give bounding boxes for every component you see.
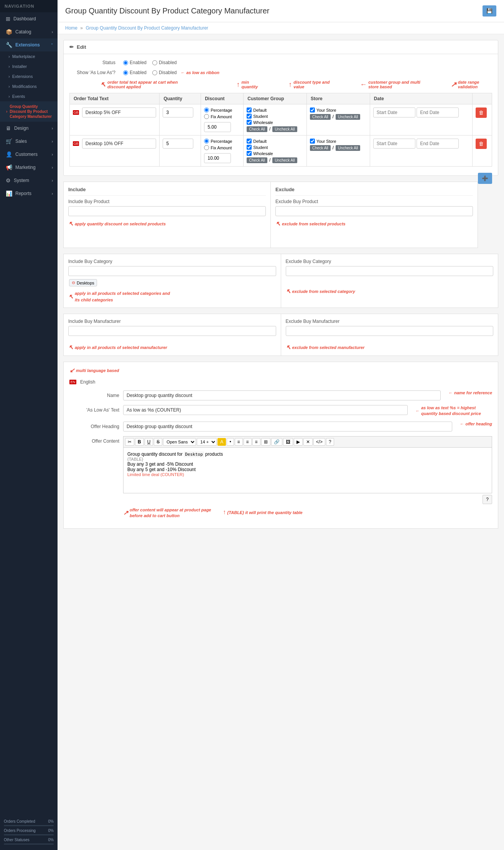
discount-percentage-radio-1[interactable] — [204, 107, 209, 112]
sub-item-label: Installer — [12, 64, 27, 69]
check-all-row-cg-1: Check All / Uncheck All — [247, 126, 303, 132]
status-enabled-radio[interactable] — [123, 60, 128, 65]
sidebar-item-sales[interactable]: 🛒 Sales › — [0, 135, 58, 148]
wysiwyg-image-button[interactable]: 🖼 — [283, 438, 293, 446]
include-buy-product-input[interactable] — [68, 206, 266, 216]
start-date-input-1[interactable] — [373, 107, 415, 117]
store-checkbox-1[interactable] — [310, 107, 315, 112]
offer-heading-field-label: Offer Heading — [69, 422, 119, 429]
sidebar-item-marketing[interactable]: 📢 Marketing › — [0, 161, 58, 174]
order-total-text-input-2[interactable] — [82, 139, 156, 149]
end-date-input-2[interactable] — [417, 139, 459, 149]
status-disabled-radio[interactable] — [152, 60, 157, 65]
sidebar-item-catalog[interactable]: 📦 Catalog › — [0, 25, 58, 38]
check-all-store-2-button[interactable]: Check All — [310, 145, 331, 151]
include-panel-manufacturers: Include Buy Manufacturer ↖ apply in all … — [64, 314, 281, 356]
sidebar-sub-modifications[interactable]: Modifications — [0, 81, 58, 91]
check-all-cg-1-button[interactable]: Check All — [247, 126, 267, 132]
wysiwyg-code-button[interactable]: </> — [313, 438, 325, 446]
check-all-store-1-button[interactable]: Check All — [310, 114, 331, 120]
wysiwyg-list3-button[interactable]: ≡ — [252, 438, 260, 446]
wysiwyg-underline-button[interactable]: U — [145, 438, 153, 446]
quantity-input-2[interactable] — [163, 139, 193, 149]
as-low-as-enabled-radio[interactable] — [123, 70, 128, 75]
wysiwyg-color-button[interactable]: A — [217, 438, 226, 446]
wysiwyg-cut-button[interactable]: ✂ — [125, 438, 134, 446]
breadcrumb-current[interactable]: Group Quantity Discount By Product Categ… — [86, 25, 208, 31]
sidebar-sub-extensions[interactable]: Extensions — [0, 71, 58, 81]
cg-wholesale-checkbox-1[interactable] — [247, 120, 252, 125]
cg-student-checkbox-2[interactable] — [247, 145, 252, 150]
wysiwyg-help-button[interactable]: ? — [326, 438, 334, 446]
sidebar-sub-installer[interactable]: Installer — [0, 61, 58, 71]
as-low-as-text-input[interactable] — [123, 405, 408, 415]
quantity-input-1[interactable] — [163, 107, 193, 117]
discount-fix-radio-2[interactable] — [204, 145, 209, 150]
wysiwyg-size-select[interactable]: 14 + — [197, 438, 217, 446]
cg-student-checkbox-1[interactable] — [247, 114, 252, 119]
offer-heading-input[interactable] — [123, 422, 452, 432]
wysiwyg-list2-button[interactable]: ≡ — [244, 438, 252, 446]
wysiwyg-list1-button[interactable]: ≡ — [235, 438, 243, 446]
wysiwyg-bullet-button[interactable]: • — [227, 438, 234, 446]
include-buy-category-input[interactable] — [68, 266, 276, 276]
as-low-as-disabled-option[interactable]: Disabled — [152, 70, 177, 75]
wysiwyg-font-select[interactable]: Open Sans — [163, 438, 196, 446]
uncheck-all-cg-1-button[interactable]: Uncheck All — [272, 126, 297, 132]
add-row-button[interactable]: ➕ — [478, 173, 492, 184]
as-low-as-disabled-radio[interactable] — [152, 70, 157, 75]
wysiwyg-bold-button[interactable]: B — [135, 438, 144, 446]
status-disabled-option[interactable]: Disabled — [152, 60, 177, 65]
discount-fix-radio-1[interactable] — [204, 114, 209, 119]
store-checkbox-2[interactable] — [310, 139, 315, 144]
sidebar-item-reports[interactable]: 📊 Reports › — [0, 187, 58, 200]
sidebar-item-system[interactable]: ⚙ System › — [0, 174, 58, 187]
sidebar-item-customers[interactable]: 👤 Customers › — [0, 148, 58, 161]
wysiwyg-table-button[interactable]: ⊞ — [261, 438, 270, 446]
content-help-button[interactable]: ? — [483, 495, 492, 504]
sidebar-sub-events[interactable]: Events — [0, 91, 58, 101]
offer-content-field-label: Offer Content — [69, 436, 119, 444]
discount-percentage-radio-2[interactable] — [204, 139, 209, 144]
sidebar-sub-gqdbypcm[interactable]: Group Quantity Discount By Product Categ… — [0, 101, 58, 122]
wysiwyg-strikethrough-button[interactable]: S — [154, 438, 162, 446]
delete-row-1-button[interactable]: 🗑 — [476, 107, 487, 118]
wysiwyg-content[interactable]: Group quantity discount for Desktop prod… — [123, 447, 492, 493]
exclude-buy-manufacturer-input[interactable] — [286, 326, 494, 336]
save-button[interactable]: 💾 — [483, 5, 496, 17]
wysiwyg-link-button[interactable]: 🔗 — [271, 438, 282, 446]
uncheck-all-cg-2-button[interactable]: Uncheck All — [272, 157, 297, 163]
sidebar-sub-marketplace[interactable]: Marketplace — [0, 51, 58, 61]
sidebar-item-dashboard[interactable]: ⊞ Dashboard — [0, 12, 58, 25]
wysiwyg-remove-button[interactable]: ✕ — [303, 438, 313, 446]
end-date-input-1[interactable] — [417, 107, 459, 117]
include-buy-manufacturer-input[interactable] — [68, 326, 276, 336]
exclude-buy-category-input[interactable] — [286, 266, 494, 276]
page-header: Group Quantity Discount By Product Categ… — [58, 0, 504, 22]
as-low-as-enabled-option[interactable]: Enabled — [123, 70, 147, 75]
breadcrumb-home[interactable]: Home — [65, 25, 77, 31]
check-all-cg-2-button[interactable]: Check All — [247, 157, 267, 163]
start-date-input-2[interactable] — [373, 139, 415, 149]
cg-wholesale-checkbox-2[interactable] — [247, 151, 252, 156]
discount-value-input-1[interactable] — [204, 122, 231, 132]
sidebar-item-design[interactable]: 🖥 Design › — [0, 122, 58, 135]
offer-content-note: ↗ offer content will appear at product p… — [123, 507, 215, 519]
status-enabled-option[interactable]: Enabled — [123, 60, 147, 65]
breadcrumb: Home » Group Quantity Discount By Produc… — [58, 22, 504, 34]
cg-default-checkbox-1[interactable] — [247, 107, 252, 112]
sidebar-item-extensions[interactable]: 🔧 Extensions ˅ — [0, 38, 58, 51]
discount-value-input-2[interactable] — [204, 153, 231, 163]
delete-row-2-button[interactable]: 🗑 — [476, 139, 487, 149]
wysiwyg-media-button[interactable]: ▶ — [294, 438, 303, 446]
cg-default-checkbox-2[interactable] — [247, 139, 252, 144]
cell-discount-2: Percentage Fix Amount — [201, 136, 244, 167]
order-total-text-input-1[interactable] — [82, 107, 156, 117]
exclude-buy-product-input[interactable] — [275, 206, 473, 216]
uncheck-all-store-1-button[interactable]: Uncheck All — [336, 114, 360, 120]
name-input[interactable] — [123, 390, 441, 400]
uncheck-all-store-2-button[interactable]: Uncheck All — [336, 145, 360, 151]
flag-icon-gb-2: GB — [73, 141, 79, 146]
chevron-right-icon: › — [52, 152, 53, 157]
language-selector[interactable]: EN English — [69, 379, 95, 385]
